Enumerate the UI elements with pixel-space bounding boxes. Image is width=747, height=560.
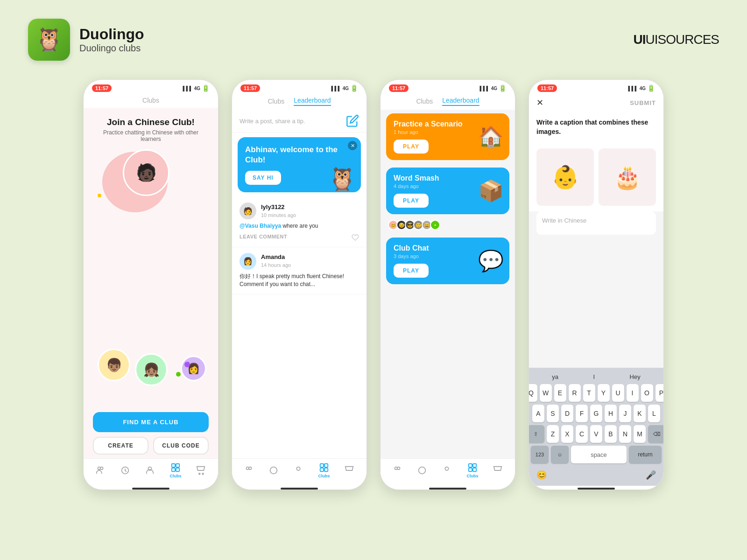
key-n[interactable]: N bbox=[619, 425, 631, 443]
key-y[interactable]: Y bbox=[598, 384, 610, 402]
post-edit-icon[interactable] bbox=[346, 114, 359, 127]
header: 🦉 Duolingo Duolingo clubs UIUISOURCES bbox=[0, 0, 747, 70]
keyboard-row-4: 123 ☺ space return bbox=[531, 446, 662, 463]
tab-lessons-2[interactable] bbox=[268, 465, 279, 476]
key-g[interactable]: G bbox=[590, 405, 602, 422]
suggestion-ya[interactable]: ya bbox=[552, 373, 558, 380]
tab-home-1[interactable] bbox=[95, 465, 106, 476]
tab-clubs-1[interactable]: Clubs bbox=[169, 462, 181, 478]
club-code-button[interactable]: CLUB CODE bbox=[153, 437, 209, 455]
phone-2-nav: Clubs Leaderboard bbox=[232, 94, 366, 110]
practice-illustration: 🏠 bbox=[478, 125, 504, 149]
key-c[interactable]: C bbox=[576, 425, 588, 443]
brand-sources: UISOURCES bbox=[646, 32, 719, 47]
mic-icon[interactable]: 🎤 bbox=[646, 470, 656, 480]
tab-clubs-3[interactable]: Clubs bbox=[466, 462, 478, 478]
key-s[interactable]: S bbox=[547, 405, 559, 422]
emoji-key[interactable]: ☺ bbox=[551, 446, 569, 463]
key-d[interactable]: D bbox=[561, 405, 573, 422]
submit-button[interactable]: SUBMIT bbox=[630, 99, 656, 106]
keyboard-row-2: A S D F G H J K L bbox=[531, 405, 662, 422]
bottom-tabs-1: Clubs bbox=[84, 458, 218, 486]
svg-point-12 bbox=[270, 467, 277, 474]
key-j[interactable]: J bbox=[619, 405, 631, 422]
status-bar-3: 11:57 ▌▌▌ 4G 🔋 bbox=[381, 80, 515, 94]
key-x[interactable]: X bbox=[561, 425, 573, 443]
key-o[interactable]: O bbox=[641, 384, 653, 402]
commenter-info-1: lyly3122 10 minutes ago bbox=[261, 203, 296, 219]
svg-point-19 bbox=[397, 467, 400, 470]
tab-shop-2[interactable] bbox=[344, 465, 354, 476]
tab-profile-3[interactable] bbox=[442, 465, 452, 476]
delete-key[interactable]: ⌫ bbox=[648, 425, 663, 443]
space-key[interactable]: space bbox=[571, 446, 627, 463]
nav-clubs-3[interactable]: Clubs bbox=[416, 98, 433, 105]
find-club-button[interactable]: FIND ME A CLUB bbox=[93, 412, 209, 432]
key-q[interactable]: Q bbox=[529, 384, 537, 402]
key-l[interactable]: L bbox=[648, 405, 660, 422]
say-hi-button[interactable]: SAY HI bbox=[245, 171, 281, 185]
dot-green bbox=[176, 372, 181, 377]
emoji-icon[interactable]: 😊 bbox=[536, 470, 547, 480]
key-i[interactable]: I bbox=[627, 384, 639, 402]
create-button[interactable]: CREATE bbox=[93, 437, 148, 455]
close-button[interactable]: ✕ bbox=[536, 98, 543, 108]
leave-comment-btn[interactable]: LEAVE COMMENT bbox=[240, 234, 287, 241]
keyboard-suggestions: ya I Hey bbox=[531, 371, 662, 384]
key-t[interactable]: T bbox=[583, 384, 595, 402]
key-v[interactable]: V bbox=[590, 425, 602, 443]
key-e[interactable]: E bbox=[554, 384, 566, 402]
bottom-tabs-3: Clubs bbox=[381, 458, 515, 486]
phone-2: 11:57 ▌▌▌ 4G 🔋 Clubs Leaderboard Write a… bbox=[232, 79, 367, 490]
phone-3: 11:57 ▌▌▌ 4G 🔋 Clubs Leaderboard Practic… bbox=[380, 79, 515, 490]
nav-clubs-2[interactable]: Clubs bbox=[268, 98, 284, 105]
comment-2-header: 👩 Amanda 14 hours ago bbox=[240, 253, 359, 270]
key-p[interactable]: P bbox=[655, 384, 664, 402]
play-btn-clubchat[interactable]: PLAY bbox=[394, 264, 429, 278]
return-key[interactable]: return bbox=[629, 446, 662, 463]
nav-leaderboard-3[interactable]: Leaderboard bbox=[442, 97, 479, 106]
status-bar-4: 11:57 ▌▌▌ 4G 🔋 bbox=[529, 80, 663, 94]
key-u[interactable]: U bbox=[612, 384, 624, 402]
key-z[interactable]: Z bbox=[547, 425, 559, 443]
key-m[interactable]: M bbox=[634, 425, 646, 443]
key-k[interactable]: K bbox=[634, 405, 646, 422]
tab-profile-1[interactable] bbox=[145, 465, 155, 476]
key-w[interactable]: W bbox=[540, 384, 552, 402]
tab-shop-1[interactable] bbox=[196, 465, 206, 476]
shift-key[interactable]: ⇧ bbox=[529, 425, 544, 443]
key-a[interactable]: A bbox=[532, 405, 544, 422]
tab-home-2[interactable] bbox=[244, 465, 254, 476]
keyboard-row-3: ⇧ Z X C V B N M ⌫ bbox=[531, 425, 662, 443]
tab-lessons-1[interactable] bbox=[120, 465, 130, 476]
tab-lessons-3[interactable] bbox=[417, 465, 427, 476]
key-b[interactable]: B bbox=[605, 425, 617, 443]
phone-1: 11:57 ▌▌▌ 4G 🔋 Clubs Join a Chinese Club… bbox=[83, 79, 218, 490]
key-f[interactable]: F bbox=[576, 405, 588, 422]
like-icon-1[interactable] bbox=[352, 234, 359, 241]
key-r[interactable]: R bbox=[569, 384, 581, 402]
tab-profile-2[interactable] bbox=[293, 465, 303, 476]
key-h[interactable]: H bbox=[605, 405, 617, 422]
nav-leaderboard-2[interactable]: Leaderboard bbox=[294, 97, 331, 106]
suggestion-hey[interactable]: Hey bbox=[630, 373, 641, 380]
tab-clubs-2[interactable]: Clubs bbox=[318, 462, 330, 478]
banner-close-button[interactable]: ✕ bbox=[348, 141, 357, 150]
tab-shop-3[interactable] bbox=[493, 465, 503, 476]
status-time-1: 11:57 bbox=[92, 84, 112, 92]
comment-time-1: 10 minutes ago bbox=[261, 212, 296, 218]
svg-point-9 bbox=[203, 473, 204, 475]
nav-clubs-1[interactable]: Clubs bbox=[142, 97, 159, 104]
play-btn-wordsmash[interactable]: PLAY bbox=[394, 194, 429, 208]
phone-3-content: Practice a Scenario 1 hour ago PLAY 🏠 Wo… bbox=[381, 110, 515, 458]
play-btn-practice[interactable]: PLAY bbox=[394, 140, 429, 154]
svg-point-8 bbox=[199, 473, 200, 475]
tab-home-3[interactable] bbox=[392, 465, 402, 476]
write-input[interactable]: Write in Chinese bbox=[536, 211, 656, 235]
post-placeholder[interactable]: Write a post, share a tip. bbox=[240, 118, 305, 125]
suggestion-i[interactable]: I bbox=[593, 373, 595, 380]
phone-4-content: Write a caption that combines these imag… bbox=[529, 112, 663, 486]
btn-row: CREATE CLUB CODE bbox=[93, 437, 209, 455]
comment-1-header: 🧑 lyly3122 10 minutes ago bbox=[240, 203, 359, 219]
numbers-key[interactable]: 123 bbox=[531, 446, 549, 463]
